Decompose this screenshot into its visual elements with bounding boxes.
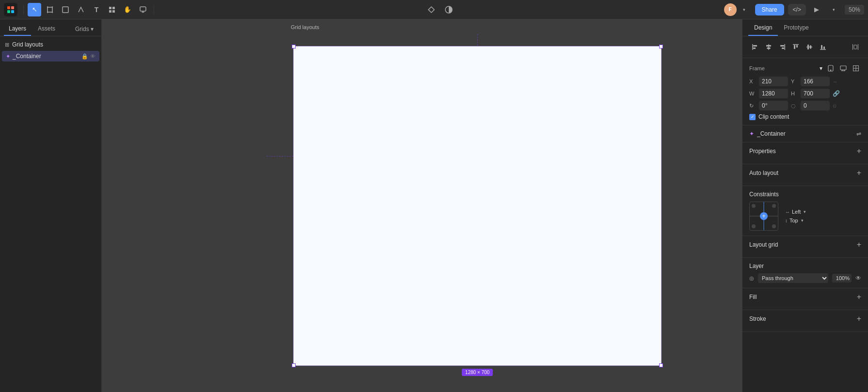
- distribute-icon[interactable]: [850, 41, 861, 53]
- link-icon: ↔: [833, 79, 837, 84]
- hand-tool[interactable]: ✋: [121, 3, 134, 16]
- add-auto-layout-btn[interactable]: +: [857, 169, 861, 177]
- checkbox-checkmark: ✓: [751, 114, 755, 119]
- align-top[interactable]: [790, 41, 802, 53]
- fill-header: Fill +: [749, 293, 861, 301]
- rotation-corner-row: ↻ ◌ ⊙: [749, 101, 861, 110]
- x-input[interactable]: [759, 77, 788, 86]
- comment-tool[interactable]: [136, 3, 150, 16]
- rotation-input[interactable]: [759, 101, 788, 110]
- canvas-frame[interactable]: 1280 × 700: [293, 46, 662, 366]
- align-left[interactable]: [749, 41, 761, 53]
- opacity-input[interactable]: [832, 274, 852, 282]
- contrast-icon[interactable]: [442, 3, 456, 16]
- pen-tool[interactable]: [74, 3, 88, 16]
- desktop-icon[interactable]: [838, 63, 849, 74]
- code-button[interactable]: </>: [788, 4, 806, 16]
- app-logo[interactable]: [4, 3, 17, 16]
- corner-input[interactable]: [801, 101, 830, 110]
- layer-visibility-btn[interactable]: 👁: [855, 275, 861, 282]
- shape-tool[interactable]: [59, 3, 72, 16]
- constraint-dot-br: [772, 224, 776, 228]
- zoom-display[interactable]: 50%: [845, 5, 864, 15]
- svg-rect-22: [767, 47, 771, 49]
- constraints-box: + ↔ Left ▾ ↕ Top ▾: [749, 202, 861, 231]
- avatar-dropdown[interactable]: ▾: [738, 3, 751, 16]
- svg-rect-31: [810, 46, 811, 49]
- left-panel: Layers Assets Grids ▾ ⊞ Grid layouts ✦ _…: [0, 19, 102, 392]
- y-label: Y: [791, 78, 798, 84]
- component-name-text: _Container: [757, 130, 853, 137]
- svg-rect-9: [63, 7, 68, 13]
- dropdown-btn[interactable]: ▾: [827, 3, 841, 16]
- layer-lock-icon[interactable]: 🔒: [81, 53, 88, 60]
- constraint-options: ↔ Left ▾ ↕ Top ▾: [785, 209, 806, 223]
- components-tool[interactable]: [105, 3, 119, 16]
- grid-view-icon[interactable]: [851, 63, 861, 74]
- constraint-horizontal-label: Left: [792, 209, 801, 215]
- component-options-icon[interactable]: ⇌: [856, 130, 861, 137]
- text-tool[interactable]: T: [90, 3, 103, 16]
- layer-actions: 🔒 👁: [81, 53, 95, 60]
- svg-rect-11: [112, 7, 115, 9]
- blend-mode-select[interactable]: Pass through: [758, 273, 828, 283]
- layer-controls-row: ◎ Pass through 👁: [749, 273, 861, 283]
- align-bottom[interactable]: [817, 41, 829, 53]
- constraint-horizontal-option[interactable]: ↔ Left ▾: [785, 209, 806, 215]
- tab-layers[interactable]: Layers: [4, 23, 31, 36]
- frame-tool[interactable]: [43, 3, 57, 16]
- layer-eye-icon[interactable]: 👁: [90, 53, 95, 60]
- frame-dropdown[interactable]: ▾: [820, 65, 822, 72]
- canvas-area[interactable]: Grid layouts 1280 × 700: [102, 19, 742, 392]
- add-layout-grid-btn[interactable]: +: [857, 241, 861, 249]
- play-button[interactable]: ▶: [810, 3, 823, 16]
- constraint-dot-bl: [752, 224, 756, 228]
- lock-ratio-icon[interactable]: 🔗: [833, 90, 840, 97]
- constraint-grid: +: [749, 202, 778, 231]
- auto-layout-title: Auto layout: [749, 170, 778, 176]
- align-center-h[interactable]: [763, 41, 774, 53]
- align-right[interactable]: [776, 41, 788, 53]
- frame-corner-tl: [292, 45, 296, 48]
- y-input[interactable]: [801, 77, 830, 86]
- layer-section: Layer ◎ Pass through 👁: [742, 258, 868, 288]
- toolbar-sep-2: [154, 5, 154, 15]
- component-name-row: ✦ _Container ⇌: [749, 130, 861, 137]
- share-button[interactable]: Share: [755, 4, 784, 16]
- svg-rect-40: [840, 66, 846, 70]
- add-stroke-btn[interactable]: +: [857, 315, 861, 323]
- diamond-icon[interactable]: [425, 3, 438, 16]
- layer-component-icon: ✦: [6, 53, 10, 60]
- mobile-icon[interactable]: [825, 63, 836, 74]
- corner-label: ◌: [791, 103, 798, 109]
- add-property-btn[interactable]: +: [857, 147, 861, 155]
- page-title: Grid layouts: [12, 41, 43, 48]
- frame-icons: [825, 63, 861, 74]
- grids-tab[interactable]: Grids ▾: [71, 23, 97, 36]
- w-input[interactable]: [759, 89, 788, 98]
- clip-content-checkbox[interactable]: ✓: [749, 114, 756, 120]
- svg-rect-32: [820, 49, 826, 50]
- toolbar-center: [158, 3, 722, 16]
- add-fill-btn[interactable]: +: [857, 293, 861, 301]
- layer-item-container[interactable]: ✦ _Container 🔒 👁: [2, 51, 99, 62]
- canvas-label: Grid layouts: [291, 24, 319, 30]
- tab-design[interactable]: Design: [748, 19, 778, 36]
- stroke-header: Stroke +: [749, 315, 861, 323]
- svg-rect-35: [852, 44, 853, 50]
- constraint-vertical-option[interactable]: ↕ Top ▾: [785, 218, 806, 223]
- svg-rect-25: [782, 47, 784, 49]
- svg-rect-20: [768, 44, 769, 50]
- h-input[interactable]: [801, 89, 830, 98]
- toolbar: ↖ T ✋: [0, 0, 868, 19]
- h-label: H: [791, 91, 798, 96]
- component-section: ✦ _Container ⇌: [742, 125, 868, 142]
- frame-label: Frame: [749, 65, 817, 71]
- toolbar-sep-1: [23, 5, 24, 15]
- tab-prototype[interactable]: Prototype: [778, 19, 814, 36]
- align-center-v[interactable]: [804, 41, 815, 53]
- svg-rect-1: [11, 6, 14, 9]
- select-tool[interactable]: ↖: [28, 3, 41, 16]
- fill-title: Fill: [749, 294, 757, 300]
- tab-assets[interactable]: Assets: [33, 23, 60, 36]
